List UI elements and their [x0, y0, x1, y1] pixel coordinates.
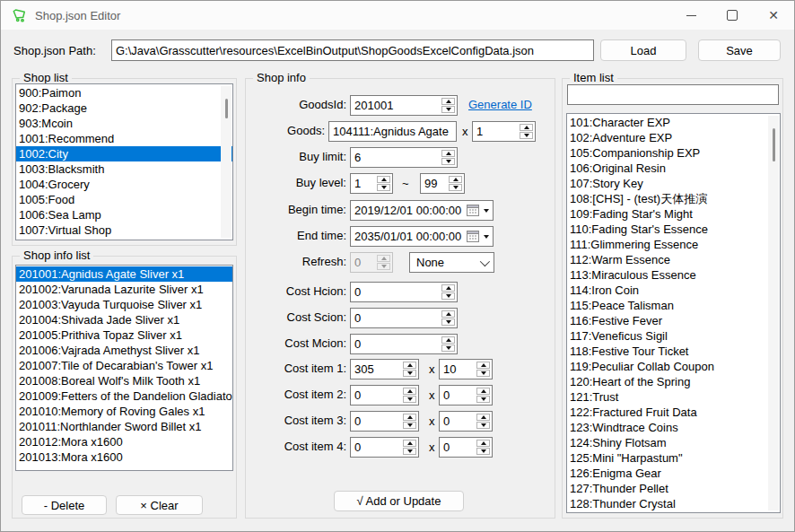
list-item[interactable]: 1003:Blacksmith: [16, 161, 232, 177]
shop-listbox[interactable]: 900:Paimon902:Package903:Mcoin1001:Recom…: [15, 83, 233, 240]
list-item[interactable]: 105:Companionship EXP: [567, 145, 780, 161]
cost-hcion-up[interactable]: [441, 284, 455, 292]
save-button[interactable]: Save: [698, 39, 781, 61]
cost-item-3-id-up[interactable]: [403, 414, 416, 421]
cost-item-1-count-up[interactable]: [476, 362, 490, 369]
item-search-input[interactable]: [567, 84, 779, 105]
close-button[interactable]: ✕: [753, 1, 794, 30]
cost-item-4-count-down[interactable]: [476, 448, 490, 455]
cost-item-3-count-input[interactable]: [440, 412, 476, 431]
cost-item-4-id-down[interactable]: [403, 448, 416, 455]
goods-id-down[interactable]: [441, 106, 455, 113]
cost-scion-up[interactable]: [441, 310, 455, 318]
goods-count-up[interactable]: [520, 124, 533, 131]
list-item[interactable]: 1004:Grocery: [16, 177, 232, 192]
cost-item-4-id-input[interactable]: [351, 438, 402, 457]
cost-scion-input[interactable]: [351, 309, 441, 327]
list-item[interactable]: 111:Glimmering Essence: [567, 237, 780, 252]
list-item[interactable]: 201011:Northlander Sword Billet x1: [16, 419, 232, 434]
list-item[interactable]: 109:Fading Star's Might: [567, 206, 780, 222]
list-item[interactable]: 127:Thunder Pellet: [567, 481, 780, 496]
shop-list-scrollbar[interactable]: [221, 86, 232, 238]
cost-item-3-id-input[interactable]: [351, 412, 402, 431]
cost-hcion-spinner[interactable]: [350, 282, 458, 302]
cost-item-4-count-spinner[interactable]: [439, 437, 493, 458]
end-time-dropdown-icon[interactable]: [484, 235, 489, 239]
cost-item-1-id-up[interactable]: [403, 362, 416, 369]
cost-scion-down[interactable]: [441, 318, 455, 326]
cost-hcion-input[interactable]: [351, 283, 441, 301]
cost-item-1-id-down[interactable]: [403, 370, 416, 377]
list-item[interactable]: 201006:Vajrada Amethyst Sliver x1: [16, 343, 232, 358]
list-item[interactable]: 201005:Prithiva Topaz Sliver x1: [16, 327, 232, 343]
buy-level-min-input[interactable]: [351, 174, 376, 193]
list-item[interactable]: 201008:Boreal Wolf's Milk Tooth x1: [16, 373, 232, 388]
goods-input[interactable]: [328, 121, 457, 142]
cost-item-1-count-input[interactable]: [440, 360, 476, 379]
cost-item-4-id-spinner[interactable]: [350, 437, 419, 458]
list-item[interactable]: 201010:Memory of Roving Gales x1: [16, 404, 232, 419]
cost-item-2-count-spinner[interactable]: [439, 385, 493, 406]
list-item[interactable]: 107:Story Key: [567, 176, 780, 191]
list-item[interactable]: 118:Festive Tour Ticket: [567, 344, 780, 359]
list-item[interactable]: 108:[CHS] - (test)天体推演: [567, 191, 780, 206]
cost-item-3-id-down[interactable]: [403, 422, 416, 429]
refresh-mode-select[interactable]: None: [409, 252, 494, 273]
buy-level-min-down[interactable]: [377, 184, 390, 191]
path-input[interactable]: [111, 39, 594, 61]
goods-count-spinner[interactable]: [472, 121, 536, 142]
buy-limit-input[interactable]: [351, 148, 441, 167]
cost-item-2-id-down[interactable]: [403, 396, 416, 403]
cost-item-2-id-input[interactable]: [351, 386, 402, 405]
list-item[interactable]: 201003:Vayuda Turquoise Sliver x1: [16, 297, 232, 312]
list-item[interactable]: 122:Fractured Fruit Data: [567, 405, 780, 420]
cost-mcion-down[interactable]: [441, 344, 455, 352]
buy-level-max-input[interactable]: [421, 174, 448, 193]
cost-item-2-count-down[interactable]: [476, 396, 490, 403]
cost-item-4-id-up[interactable]: [403, 440, 416, 447]
buy-level-min-up[interactable]: [377, 176, 390, 183]
clear-button[interactable]: × Clear: [116, 495, 203, 515]
add-or-update-button[interactable]: √ Add or Update: [334, 491, 464, 511]
minimize-button[interactable]: [670, 1, 712, 30]
list-item[interactable]: 903:Mcoin: [16, 116, 232, 131]
buy-limit-up[interactable]: [441, 150, 455, 157]
cost-mcion-input[interactable]: [351, 335, 441, 353]
end-time-picker[interactable]: 2035/01/01 00:00:00: [350, 226, 494, 247]
cost-item-3-count-down[interactable]: [476, 422, 490, 429]
cost-item-2-id-spinner[interactable]: [350, 385, 419, 406]
maximize-button[interactable]: [712, 1, 753, 30]
list-item[interactable]: 1007:Virtual Shop: [16, 222, 232, 238]
cost-item-2-id-up[interactable]: [403, 388, 416, 395]
list-item[interactable]: 115:Peace Talisman: [567, 298, 780, 313]
list-item[interactable]: 106:Original Resin: [567, 161, 780, 176]
list-item[interactable]: 201007:Tile of Decarabian's Tower x1: [16, 358, 232, 373]
list-item[interactable]: 900:Paimon: [16, 85, 232, 100]
list-item[interactable]: 121:Trust: [567, 389, 780, 405]
cost-item-2-count-input[interactable]: [440, 386, 476, 405]
goods-count-down[interactable]: [520, 132, 533, 139]
list-item[interactable]: 201009:Fetters of the Dandelion Gladiato…: [16, 388, 232, 404]
shop-info-listbox[interactable]: 201001:Agnidus Agate Sliver x1201002:Var…: [15, 265, 233, 471]
cost-item-4-count-up[interactable]: [476, 440, 490, 447]
shop-list-scroll-thumb[interactable]: [225, 99, 228, 118]
generate-id-link[interactable]: Generate ID: [468, 98, 532, 111]
goods-id-up[interactable]: [441, 98, 455, 105]
buy-level-max-down[interactable]: [449, 184, 462, 191]
buy-level-max-up[interactable]: [449, 176, 462, 183]
cost-mcion-spinner[interactable]: [350, 334, 458, 354]
cost-item-1-count-down[interactable]: [476, 370, 490, 377]
list-item[interactable]: 1002:City: [16, 146, 232, 161]
list-item[interactable]: 201013:Mora x1600: [16, 449, 232, 465]
goods-count-input[interactable]: [473, 122, 519, 141]
cost-item-3-count-spinner[interactable]: [439, 411, 493, 432]
list-item[interactable]: 201002:Varunada Lazurite Sliver x1: [16, 282, 232, 297]
list-item[interactable]: 116:Festive Fever: [567, 313, 780, 328]
goods-id-input[interactable]: [351, 96, 441, 115]
list-item[interactable]: 101:Character EXP: [567, 115, 780, 130]
list-item[interactable]: 102:Adventure EXP: [567, 130, 780, 145]
cost-hcion-down[interactable]: [441, 292, 455, 300]
goods-id-spinner[interactable]: [350, 95, 458, 116]
list-item[interactable]: 110:Fading Star's Essence: [567, 222, 780, 237]
list-item[interactable]: 1001:Recommend: [16, 131, 232, 146]
